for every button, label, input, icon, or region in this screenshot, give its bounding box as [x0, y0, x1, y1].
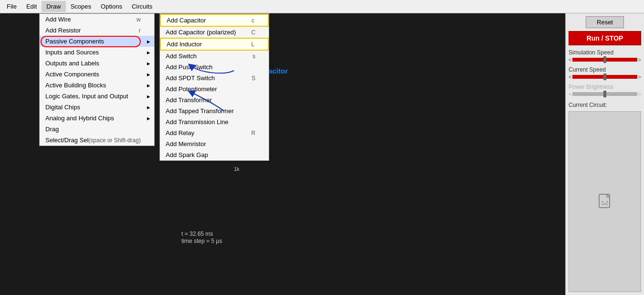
passive-add-tapped-transformer[interactable]: Add Tapped Transformer: [160, 105, 269, 116]
current-speed-slider-row[interactable]: < >: [569, 74, 641, 80]
current-speed-track[interactable]: [572, 75, 637, 79]
passive-add-transmission-line[interactable]: Add Transmission Line: [160, 116, 269, 127]
pow-bright-right-arrow: >: [638, 91, 641, 97]
passive-add-spark-gap[interactable]: Add Spark Gap: [160, 149, 269, 160]
passive-add-inductor[interactable]: Add Inductor L: [160, 38, 269, 51]
circuit-preview: [569, 111, 641, 292]
simulation-speed-label: Simulation Speed: [569, 49, 641, 56]
passive-add-capacitor[interactable]: Add Capacitor c: [160, 14, 269, 27]
draw-menu-select-drag[interactable]: Select/Drag Sel (space or Shift-drag): [40, 135, 154, 146]
power-brightness-track: [572, 92, 637, 96]
resistor-label: 1k: [234, 166, 240, 172]
passive-add-transformer[interactable]: Add Transformer: [160, 95, 269, 105]
passive-add-potentiometer[interactable]: Add Potentiometer: [160, 84, 269, 95]
menubar: File Edit Draw Scopes Options Circuits: [0, 0, 644, 13]
draw-menu-active-components[interactable]: Active Components ►: [40, 69, 154, 80]
draw-menu-add-resistor[interactable]: Add Resistor r: [40, 25, 154, 36]
menu-circuits[interactable]: Circuits: [127, 1, 157, 12]
current-speed-label: Current Speed: [569, 66, 641, 73]
active-bb-submenu-arrow: ►: [146, 83, 151, 88]
passive-submenu-arrow: ►: [146, 39, 151, 44]
simulation-speed-track[interactable]: [572, 58, 637, 62]
svg-rect-0: [599, 194, 610, 208]
current-circuit-label: Current Circuit:: [569, 102, 641, 108]
file-sad-icon: [595, 192, 614, 211]
outputs-submenu-arrow: ►: [146, 61, 151, 66]
draw-menu-add-wire[interactable]: Add Wire w: [40, 14, 154, 25]
simulation-speed-thumb[interactable]: [603, 56, 606, 63]
active-submenu-arrow: ►: [146, 72, 151, 77]
draw-menu-passive-components[interactable]: Passive Components ►: [40, 36, 154, 47]
draw-menu-logic-gates[interactable]: Logic Gates, Input and Output ►: [40, 91, 154, 102]
current-speed-thumb[interactable]: [603, 74, 606, 80]
reset-button[interactable]: Reset: [586, 16, 624, 28]
passive-add-relay[interactable]: Add Relay R: [160, 127, 269, 138]
menu-scopes[interactable]: Scopes: [66, 1, 96, 12]
pow-bright-left-arrow: <: [569, 91, 571, 97]
draw-menu-digital-chips[interactable]: Digital Chips ►: [40, 102, 154, 113]
passive-add-switch[interactable]: Add Switch s: [160, 51, 269, 62]
menu-file[interactable]: File: [2, 1, 21, 12]
passive-add-push-switch[interactable]: Add Push Switch: [160, 62, 269, 73]
draw-menu-analog-hybrid[interactable]: Analog and Hybrid Chips ►: [40, 113, 154, 124]
digital-submenu-arrow: ►: [146, 105, 151, 110]
menu-options[interactable]: Options: [96, 1, 127, 12]
draw-menu-active-building-blocks[interactable]: Active Building Blocks ►: [40, 80, 154, 91]
analog-submenu-arrow: ►: [146, 116, 151, 121]
right-panel: Reset Run / STOP Simulation Speed < > Cu…: [565, 13, 644, 295]
sim-speed-left-arrow[interactable]: <: [569, 57, 571, 63]
simulation-speed-slider-row[interactable]: < >: [569, 57, 641, 63]
draw-menu-drag[interactable]: Drag: [40, 124, 154, 135]
power-brightness-slider-row: < >: [569, 91, 641, 97]
inputs-submenu-arrow: ►: [146, 50, 151, 55]
svg-point-1: [602, 201, 603, 202]
menu-draw[interactable]: Draw: [42, 1, 65, 12]
passive-add-capacitor-polarized[interactable]: Add Capacitor (polarized) C: [160, 27, 269, 38]
canvas-time: t = 32.65 ms: [181, 231, 213, 237]
draw-menu-inputs-sources[interactable]: Inputs and Sources ►: [40, 47, 154, 58]
svg-point-2: [607, 201, 608, 202]
cur-speed-right-arrow[interactable]: >: [638, 74, 641, 80]
canvas-timestep: time step = 5 μs: [181, 238, 222, 244]
run-stop-button[interactable]: Run / STOP: [569, 31, 641, 45]
power-brightness-thumb: [603, 91, 606, 97]
sim-speed-right-arrow[interactable]: >: [638, 57, 641, 63]
passive-submenu: Add Capacitor c Add Capacitor (polarized…: [159, 13, 269, 161]
passive-add-spdt-switch[interactable]: Add SPDT Switch S: [160, 73, 269, 84]
draw-menu: Add Wire w Add Resistor r Passive Compon…: [39, 13, 155, 146]
logic-submenu-arrow: ►: [146, 94, 151, 99]
cur-speed-left-arrow[interactable]: <: [569, 74, 571, 80]
passive-add-memristor[interactable]: Add Memristor: [160, 138, 269, 149]
menu-edit[interactable]: Edit: [21, 1, 42, 12]
simulation-speed-section: Simulation Speed < >: [569, 49, 641, 63]
power-brightness-label: Power Brightness: [569, 84, 641, 90]
draw-menu-outputs-labels[interactable]: Outputs and Labels ►: [40, 58, 154, 69]
no-circuit-icon: [595, 192, 614, 211]
power-brightness-section: Power Brightness < >: [569, 84, 641, 97]
current-speed-section: Current Speed < >: [569, 66, 641, 80]
